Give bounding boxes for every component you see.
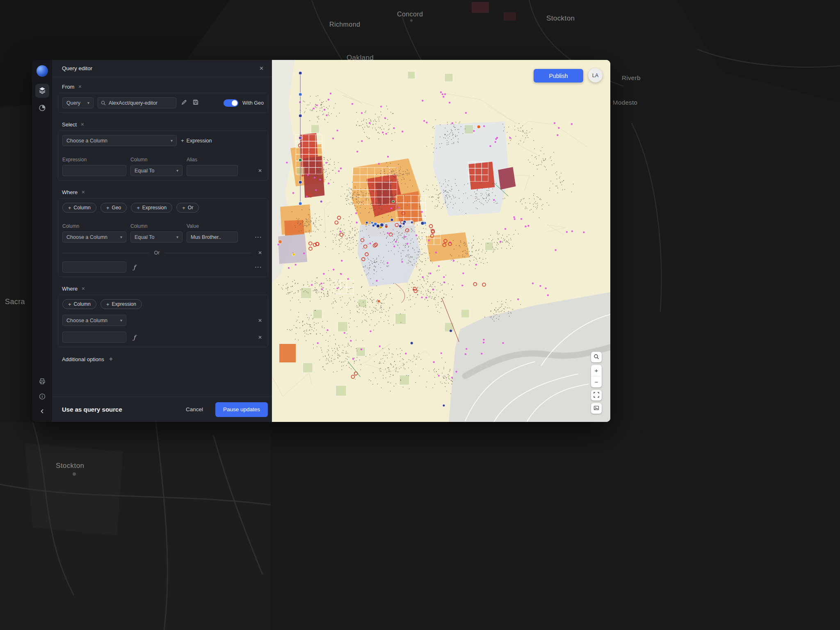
app-logo[interactable]	[37, 65, 48, 77]
zoom-out-button[interactable]: −	[591, 376, 602, 387]
where-section-1: Where ✕ +Column +Geo +Expression +Or Col…	[58, 189, 268, 277]
publish-button[interactable]: Publish	[534, 69, 583, 82]
plus-icon: +	[182, 205, 185, 211]
zoom-in-button[interactable]: +	[591, 365, 602, 376]
from-section-label: From	[62, 84, 74, 90]
from-section: From ✕ Query▾	[58, 84, 268, 113]
save-source-button[interactable]	[192, 99, 199, 107]
use-as-query-source-label: Use as query source	[62, 406, 122, 413]
add-where-column-button[interactable]: +Column	[62, 203, 96, 213]
plus-icon: +	[68, 302, 71, 307]
chevron-down-icon: ▾	[117, 235, 122, 239]
where-or-expression-input[interactable]	[62, 261, 126, 273]
zoom-controls: + −	[591, 365, 602, 387]
where-value-label: Value	[187, 223, 238, 229]
plus-icon: +	[68, 205, 71, 211]
search-icon	[593, 354, 599, 361]
where-operator-dropdown[interactable]: Equal To▾	[130, 231, 183, 243]
map-view[interactable]: Publish LA + −	[272, 60, 610, 422]
add-where-or-button[interactable]: +Or	[176, 203, 199, 213]
additional-options-add-button[interactable]: +	[109, 356, 113, 362]
remove-where-2-column-button[interactable]: ✕	[256, 318, 264, 323]
add-where-2-expression-button[interactable]: +Expression	[100, 299, 142, 309]
divider	[62, 253, 149, 253]
add-select-expression-button[interactable]: +Expression	[181, 138, 212, 144]
column-field-label: Column	[130, 157, 183, 163]
add-where-2-column-button[interactable]: +Column	[62, 299, 96, 309]
chart-tool-button[interactable]	[35, 101, 49, 115]
bg-map-label: Stockton	[56, 462, 84, 470]
additional-options-row: Additional options +	[62, 356, 268, 362]
remove-select-button[interactable]: ✕	[80, 122, 84, 127]
panel-title: Query editor	[62, 65, 92, 71]
alias-field-label: Alias	[187, 157, 238, 163]
function-icon[interactable]: ƒ	[133, 264, 135, 270]
where-section-label: Where	[62, 189, 78, 195]
where-section-2: Where ✕ +Column +Expression Choose a Col…	[58, 286, 268, 347]
plus-icon: +	[106, 205, 110, 211]
pencil-icon	[181, 99, 187, 106]
chevron-down-icon: ▾	[173, 168, 178, 173]
screenshot-button[interactable]	[591, 403, 602, 414]
app-root: RichmondConcordStocktonOaklandRiverbMode…	[0, 0, 840, 630]
image-icon	[593, 405, 599, 412]
close-panel-button[interactable]: ✕	[258, 65, 265, 72]
pause-updates-button[interactable]: Pause updates	[215, 402, 268, 417]
info-button[interactable]	[38, 392, 46, 402]
panel-footer: Use as query source Cancel Pause updates	[52, 396, 272, 422]
user-avatar[interactable]: LA	[588, 68, 603, 82]
from-source-input[interactable]	[98, 97, 176, 108]
select-area-button[interactable]	[591, 390, 602, 401]
chevron-down-icon: ▾	[117, 318, 122, 323]
select-section-label: Select	[62, 121, 77, 128]
bg-map-label: Modesto	[613, 99, 637, 106]
select-column-dropdown[interactable]: Choose a Column▾	[62, 135, 177, 146]
select-operator-dropdown[interactable]: Equal To▾	[130, 165, 183, 176]
rail-bottom-group	[38, 377, 46, 416]
save-icon	[193, 99, 199, 106]
cancel-button[interactable]: Cancel	[182, 404, 207, 415]
chevron-down-icon: ▾	[167, 138, 173, 143]
query-editor-window: Query editor ✕ From ✕ Query▾	[32, 60, 610, 422]
where-2-expression-input[interactable]	[62, 332, 126, 343]
select-expression-input[interactable]	[62, 165, 126, 176]
map-search-button[interactable]	[591, 352, 602, 362]
with-geo-group: With Geo	[224, 99, 264, 107]
with-geo-toggle[interactable]	[224, 99, 238, 107]
remove-select-row-button[interactable]: ✕	[256, 168, 264, 174]
select-alias-input[interactable]	[187, 165, 238, 176]
remove-where-2-expression-button[interactable]: ✕	[256, 334, 264, 340]
with-geo-label: With Geo	[242, 100, 264, 106]
or-divider-label: Or	[154, 250, 160, 256]
printer-icon	[39, 378, 46, 386]
where-or-menu-button[interactable]: ···	[253, 264, 264, 270]
expression-field-label: Expression	[62, 157, 126, 163]
add-where-geo-button[interactable]: +Geo	[100, 203, 127, 213]
function-icon[interactable]: ƒ	[133, 334, 135, 341]
where-2-column-dropdown[interactable]: Choose a Column▾	[62, 315, 126, 326]
from-source-type-dropdown[interactable]: Query▾	[62, 97, 94, 108]
remove-or-clause-button[interactable]: ✕	[256, 250, 264, 256]
where-column-label: Column	[62, 223, 126, 229]
select-section: Select ✕ Choose a Column▾ +Expression	[58, 121, 268, 181]
plus-icon: +	[106, 302, 110, 307]
remove-where-2-button[interactable]: ✕	[81, 286, 85, 291]
bg-map-label: Riverb	[622, 74, 641, 81]
print-button[interactable]	[38, 377, 46, 387]
edit-source-button[interactable]	[180, 99, 188, 107]
where-operator-label: Column	[130, 223, 183, 229]
remove-where-1-button[interactable]: ✕	[81, 190, 85, 195]
where-section-2-label: Where	[62, 286, 78, 292]
remove-from-button[interactable]: ✕	[78, 85, 82, 89]
layers-icon	[39, 87, 46, 95]
where-row-menu-button[interactable]: ···	[253, 234, 264, 240]
plus-icon: +	[181, 138, 184, 143]
collapse-panel-button[interactable]	[39, 408, 46, 416]
layers-tool-button[interactable]	[35, 84, 49, 98]
where-value-input[interactable]	[187, 231, 238, 243]
query-editor-panel: Query editor ✕ From ✕ Query▾	[52, 60, 272, 422]
where-column-dropdown[interactable]: Choose a Column▾	[62, 231, 126, 243]
choropleth-map[interactable]	[272, 60, 610, 422]
add-where-expression-button[interactable]: +Expression	[131, 203, 172, 213]
bg-map-label: Richmond	[329, 21, 360, 28]
